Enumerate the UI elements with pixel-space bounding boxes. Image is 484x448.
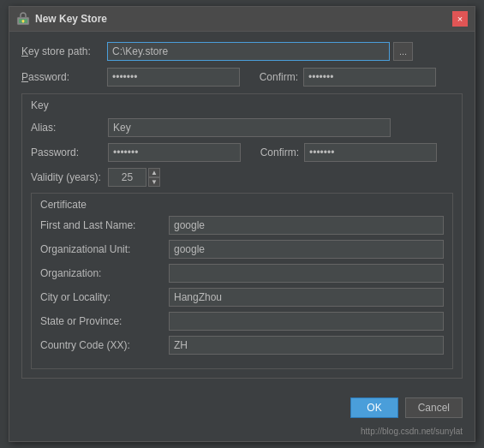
- alias-input[interactable]: [108, 118, 391, 137]
- browse-button[interactable]: ...: [393, 42, 413, 61]
- cert-row-3: City or Locality:: [40, 288, 444, 307]
- new-key-store-dialog: New Key Store × Key store path: ... Pass…: [9, 6, 475, 442]
- key-section: Key Alias: Password: Confirm: Validity (…: [21, 93, 463, 379]
- password-label: Password:: [21, 71, 107, 83]
- close-button[interactable]: ×: [452, 11, 468, 27]
- city-label: City or Locality:: [40, 291, 169, 303]
- validity-input[interactable]: [108, 168, 146, 187]
- org-input[interactable]: [169, 264, 444, 283]
- key-password-row: Password: Confirm:: [31, 143, 453, 162]
- alias-label: Alias:: [31, 122, 108, 134]
- validity-spinner: ▲ ▼: [108, 168, 160, 187]
- password-confirm-input[interactable]: [303, 68, 436, 87]
- watermark-text: http://blog.csdn.net/sunylat: [9, 427, 475, 441]
- keystore-path-row: Key store path: ...: [21, 42, 463, 61]
- key-password-confirm-input[interactable]: [304, 143, 437, 162]
- dialog-content: Key store path: ... Password: Confirm: K…: [9, 32, 475, 389]
- confirm-label: Confirm:: [247, 71, 298, 83]
- password-input[interactable]: [107, 68, 240, 87]
- key-section-title: Key: [31, 99, 453, 111]
- cert-row-0: First and Last Name:: [40, 216, 444, 235]
- country-input[interactable]: [169, 336, 444, 355]
- svg-rect-3: [22, 21, 23, 23]
- validity-label: Validity (years):: [31, 171, 108, 183]
- cert-row-5: Country Code (XX):: [40, 336, 444, 355]
- key-password-label: Password:: [31, 146, 108, 158]
- cert-row-1: Organizational Unit:: [40, 240, 444, 259]
- city-input[interactable]: [169, 288, 444, 307]
- state-input[interactable]: [169, 312, 444, 331]
- spinner-up-button[interactable]: ▲: [148, 168, 160, 177]
- keystore-icon: [16, 12, 30, 26]
- org-unit-input[interactable]: [169, 240, 444, 259]
- org-label: Organization:: [40, 267, 169, 279]
- state-label: State or Province:: [40, 315, 169, 327]
- cert-row-2: Organization:: [40, 264, 444, 283]
- certificate-section: Certificate First and Last Name: Organiz…: [31, 193, 453, 369]
- dialog-title: New Key Store: [35, 13, 107, 25]
- key-confirm-label: Confirm:: [248, 146, 299, 158]
- button-row: OK Cancel: [9, 389, 475, 427]
- title-bar-left: New Key Store: [16, 12, 107, 26]
- spinner-down-button[interactable]: ▼: [148, 177, 160, 187]
- alias-row: Alias:: [31, 118, 453, 137]
- certificate-title: Certificate: [40, 199, 444, 211]
- cancel-button[interactable]: Cancel: [405, 397, 463, 418]
- ok-button[interactable]: OK: [350, 397, 397, 418]
- keystore-path-input[interactable]: [107, 42, 390, 61]
- cert-row-4: State or Province:: [40, 312, 444, 331]
- country-label: Country Code (XX):: [40, 339, 169, 351]
- first-last-name-label: First and Last Name:: [40, 219, 169, 231]
- password-row: Password: Confirm:: [21, 68, 463, 87]
- key-password-input[interactable]: [108, 143, 241, 162]
- org-unit-label: Organizational Unit:: [40, 243, 169, 255]
- validity-row: Validity (years): ▲ ▼: [31, 168, 453, 187]
- first-last-name-input[interactable]: [169, 216, 444, 235]
- spinner-controls: ▲ ▼: [148, 168, 160, 187]
- keystore-path-label: Key store path:: [21, 45, 107, 57]
- title-bar: New Key Store ×: [9, 7, 475, 32]
